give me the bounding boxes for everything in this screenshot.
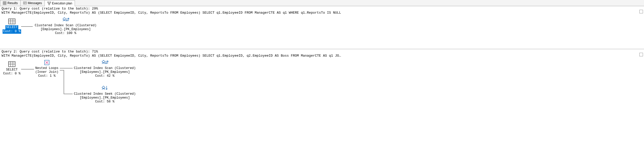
node-line2: [Employees].[PK_Employees] <box>73 96 137 100</box>
plan-node-scan[interactable]: Clustered Index Scan (Clustered) [Employ… <box>33 16 98 35</box>
plan-node-scan[interactable]: Clustered Index Scan (Clustered) [Employ… <box>73 59 137 78</box>
svg-rect-8 <box>48 2 49 3</box>
select-icon <box>8 18 16 25</box>
node-line1: Clustered Index Scan (Clustered) <box>33 24 98 28</box>
result-tabs: Results Messages Execution plan <box>0 0 644 6</box>
node-line1: Clustered Index Seek (Clustered) <box>73 92 137 96</box>
tab-execution-plan[interactable]: Execution plan <box>45 0 75 6</box>
node-cost: Cost: 58 % <box>73 100 137 104</box>
query-cost-line: Query 2: Query cost (relative to the bat… <box>2 50 642 54</box>
plan-connector <box>60 68 73 68</box>
query-header[interactable]: Query 2: Query cost (relative to the bat… <box>0 49 644 58</box>
tab-label: Messages <box>28 1 42 5</box>
node-line2: [Employees].[PK_Employees] <box>73 70 137 74</box>
plan-connector <box>60 70 64 71</box>
svg-rect-10 <box>49 4 50 5</box>
node-cost: Cost: 0 % <box>3 72 21 76</box>
node-line1: Nested Loops <box>34 66 60 70</box>
messages-icon <box>23 1 27 5</box>
clustered-seek-icon <box>101 85 109 92</box>
node-label: SELECT <box>5 25 18 30</box>
clustered-scan-icon <box>62 16 70 23</box>
node-line2: [Employees].[PK_Employees] <box>33 28 98 31</box>
node-cost: Cost: 100 % <box>33 31 98 35</box>
node-label: SELECT <box>3 68 21 72</box>
query-block-2: Query 2: Query cost (relative to the bat… <box>0 49 644 115</box>
plan-tree[interactable]: SELECT Cost: 0 % Clustered Index Scan (C… <box>0 15 644 49</box>
svg-rect-5 <box>23 2 27 4</box>
plan-tree[interactable]: SELECT Cost: 0 % Nested Loops (Inner Joi… <box>0 58 644 115</box>
tab-label: Results <box>7 1 18 5</box>
svg-rect-20 <box>8 62 15 67</box>
svg-rect-9 <box>50 2 51 3</box>
plan-node-seek[interactable]: Clustered Index Seek (Clustered) [Employ… <box>73 85 137 104</box>
query-block-1: Query 1: Query cost (relative to the bat… <box>0 6 644 49</box>
plan-node-select[interactable]: SELECT Cost: 0 % <box>3 61 21 76</box>
plan-connector <box>64 70 64 94</box>
plan-connector <box>21 26 33 27</box>
plan-icon <box>47 2 51 5</box>
tab-label: Execution plan <box>52 2 72 5</box>
node-line2: (Inner Join) <box>34 70 60 74</box>
grid-icon <box>3 1 6 5</box>
tab-messages[interactable]: Messages <box>20 0 45 6</box>
query-cost-line: Query 1: Query cost (relative to the bat… <box>2 7 642 11</box>
query-header[interactable]: Query 1: Query cost (relative to the bat… <box>0 6 644 15</box>
node-cost: Cost: 42 % <box>73 74 137 78</box>
execution-plan-area: Query 1: Query cost (relative to the bat… <box>0 6 644 115</box>
missing-index-icon[interactable] <box>639 10 643 13</box>
select-icon <box>8 61 16 67</box>
nested-loops-icon <box>44 59 50 66</box>
svg-rect-0 <box>3 2 6 5</box>
node-cost: Cost: 0 % <box>3 29 21 34</box>
plan-node-select[interactable]: SELECT Cost: 0 % <box>3 18 21 34</box>
plan-connector <box>21 69 34 69</box>
svg-rect-15 <box>8 19 15 24</box>
plan-connector <box>64 94 73 94</box>
node-cost: Cost: 1 % <box>34 74 60 78</box>
missing-index-icon[interactable] <box>639 53 643 56</box>
query-sql-line: WITH ManagerCTE(EmployeeID, City, Report… <box>2 11 642 15</box>
plan-node-nested-loops[interactable]: Nested Loops (Inner Join) Cost: 1 % <box>34 59 60 78</box>
query-sql-line: WITH ManagerCTE(EmployeeID, City, Report… <box>2 54 642 58</box>
tab-results[interactable]: Results <box>0 0 21 6</box>
node-line1: Clustered Index Scan (Clustered) <box>73 66 137 70</box>
clustered-scan-icon <box>101 59 109 66</box>
